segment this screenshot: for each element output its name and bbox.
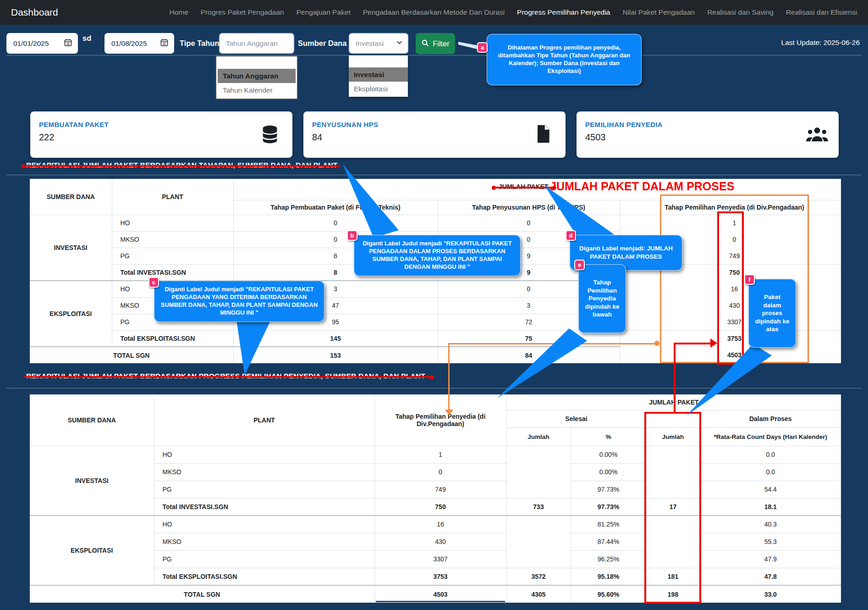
cell-hps: 75 — [438, 330, 620, 347]
cell-pemilihan: 430 — [660, 297, 809, 314]
cell-rata-rata: 0.0 — [700, 446, 841, 463]
nav-item-realisasi-efisiensi[interactable]: Realisasi dan Efisiensi — [786, 8, 857, 17]
section2-strikethrough — [24, 376, 431, 378]
col-header-rata-rata: *Rata-Rata Count Days (Hari Kalender) — [700, 427, 841, 446]
dropdown-blank-option[interactable] — [218, 58, 296, 69]
cell-plant: MKSO — [112, 231, 233, 248]
filter-button[interactable]: Filter — [416, 33, 455, 54]
cell-selesai-jumlah: 3572 — [506, 568, 571, 585]
nav-item-realisasi-saving[interactable]: Realisasi dan Saving — [707, 8, 774, 17]
col-header-pemilihan: Tahap Pemilihan Penyedia (di Div.Pengada… — [660, 200, 809, 215]
sumber-dana-dropdown: Investasi Eksploitasi — [349, 55, 408, 97]
cell-proses-jumlah — [646, 550, 700, 568]
date-from-input[interactable]: 01/01/2025 — [6, 33, 78, 54]
table-row: EKSPLOITASI HO 3 0 16 — [30, 281, 841, 297]
cell-proses-jumlah — [646, 463, 700, 481]
cell-spacer — [620, 347, 660, 363]
col-header-proses-jumlah: Jumlah — [646, 427, 700, 446]
tipe-tahun-select[interactable]: Tahun Anggaran — [219, 33, 294, 54]
cell-pembuatan: 8 — [233, 248, 438, 264]
nav-item-pengajuan-paket[interactable]: Pengajuan Paket — [297, 8, 351, 17]
total-row-eksploitasi: Total EKSPLOITASI.SGN 145 75 3753 — [30, 330, 841, 347]
cell-pembuatan: 153 — [233, 347, 438, 363]
option-tahun-anggaran[interactable]: Tahun Anggaran — [218, 69, 296, 83]
cell-pembuatan: 145 — [233, 330, 438, 347]
cell-plant: MKSO — [154, 463, 374, 481]
cell-end — [809, 231, 841, 248]
cell-pemilihan: 4503 — [374, 585, 506, 603]
cell-plant: PG — [112, 248, 233, 264]
group-investasi: INVESTASI — [30, 446, 154, 516]
date-to-input[interactable]: 01/08/2025 — [104, 33, 174, 54]
nav-item-nilai-paket-pengadaan[interactable]: Nilai Paket Pengadaan — [622, 8, 695, 17]
cell-pemilihan: 0 — [660, 231, 809, 248]
col-header-sumber-dana: SUMBER DANA — [30, 179, 112, 215]
cell-pemilihan: 1 — [374, 446, 506, 463]
cell-total-label: TOTAL SGN — [30, 585, 374, 603]
option-tahun-kalender[interactable]: Tahun Kalender — [218, 83, 296, 97]
calendar-icon[interactable] — [64, 38, 72, 49]
cell-plant: PG — [112, 314, 233, 330]
nav-item-home[interactable]: Home — [170, 8, 188, 17]
dropdown-blank-option[interactable] — [349, 56, 408, 67]
nav-item-pengadaan-metode-durasi[interactable]: Pengadaan Berdasarkan Metode Dan Durasi — [363, 8, 505, 17]
cell-spacer — [620, 297, 660, 314]
calendar-icon[interactable] — [160, 38, 169, 49]
cell-end — [809, 330, 841, 347]
cell-hps: 0 — [438, 281, 620, 297]
sumber-dana-select[interactable]: Investasi — [349, 33, 408, 54]
card-value: 84 — [312, 132, 555, 143]
strike-dot — [21, 164, 25, 168]
cell-end — [809, 264, 841, 281]
cell-hps: 72 — [438, 314, 620, 330]
tipe-tahun-label: Tipe Tahun — [180, 39, 219, 48]
sumber-dana-label: Sumber Dana — [298, 39, 346, 48]
nav-item-progres-paket-pengadaan[interactable]: Progres Paket Pengadaan — [201, 8, 284, 17]
option-investasi[interactable]: Investasi — [349, 67, 408, 82]
filter-divider — [6, 55, 862, 55]
cell-selesai-pct: 81.25% — [571, 516, 646, 533]
callout-a-badge: a — [477, 42, 488, 53]
table-row: MKSO 0 0 0 — [30, 231, 841, 248]
callout-a-tail — [458, 41, 478, 52]
cell-spacer — [620, 248, 660, 264]
cell-end — [809, 347, 841, 363]
section2-divider — [6, 388, 862, 388]
cell-selesai-pct: 96.25% — [571, 550, 646, 568]
cell-spacer — [620, 314, 660, 330]
cell-pembuatan: 3 — [233, 281, 438, 297]
group-eksploitasi: EKSPLOITASI — [30, 281, 112, 347]
cell-pemilihan: 3753 — [374, 568, 506, 585]
cell-selesai-pct: 95.60% — [571, 585, 646, 603]
chevron-down-icon — [396, 39, 403, 48]
cell-proses-jumlah — [646, 533, 700, 550]
card-pembuatan-paket: PEMBUATAN PAKET 222 — [30, 111, 292, 158]
card-value: 222 — [39, 132, 281, 143]
cell-rata-rata: 18.1 — [700, 498, 841, 516]
cell-hps: 0 — [438, 215, 620, 231]
sumber-dana-value: Investasi — [356, 39, 384, 48]
cell-rata-rata: 47.8 — [700, 568, 841, 585]
cell-pembuatan: 0 — [233, 215, 438, 231]
cell-spacer — [620, 231, 660, 248]
group-investasi: INVESTASI — [30, 215, 112, 281]
col-group-selesai: Selesai — [506, 410, 646, 427]
cell-pemilihan: 3307 — [660, 314, 809, 330]
col-header-jumlah-paket-area — [233, 179, 841, 200]
cell-plant: Total EKSPLOITASI.SGN — [112, 330, 233, 347]
card-title: PEMBUATAN PAKET — [39, 121, 281, 128]
nav-menu: Home Progres Paket Pengadaan Pengajuan P… — [170, 8, 857, 17]
cell-rata-rata: 40.3 — [700, 516, 841, 533]
cell-spacer — [620, 215, 660, 231]
cell-spacer — [620, 330, 660, 347]
date-from-value: 01/01/2025 — [13, 39, 49, 48]
cell-proses-jumlah — [646, 516, 700, 533]
cell-pemilihan: 0 — [374, 463, 506, 481]
app-title: Dashboard — [11, 7, 58, 18]
nav-item-progress-pemilihan-penyedia[interactable]: Progress Pemilihan Penyedia — [517, 8, 610, 17]
cell-rata-rata: 54.4 — [700, 481, 841, 498]
card-title: PENYUSUNAN HPS — [312, 121, 555, 128]
col-header-pemilihan: Tahap Pemilihan Penyedia (di Div.Pengada… — [374, 394, 506, 446]
cell-plant: HO — [154, 446, 374, 463]
option-eksploitasi[interactable]: Eksploitasi — [349, 82, 408, 96]
